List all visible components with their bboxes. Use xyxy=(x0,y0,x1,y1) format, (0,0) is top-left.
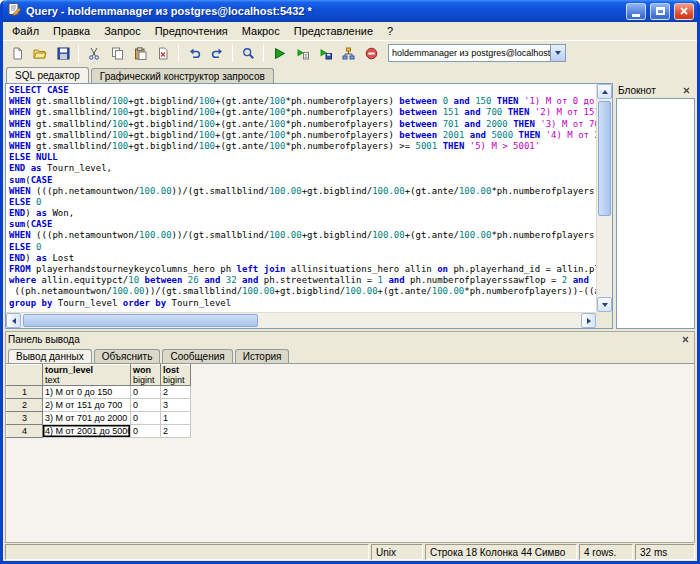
toolbar-separator xyxy=(263,45,264,62)
undo-icon xyxy=(188,47,201,60)
menu-item-edit[interactable]: Правка xyxy=(46,24,97,38)
redo-icon xyxy=(211,47,224,60)
grid-cell[interactable]: 0 xyxy=(131,399,161,412)
editor-split: SELECT CASEWHEN gt.smallblind/100+gt.big… xyxy=(3,83,697,329)
minimize-button[interactable] xyxy=(626,3,646,20)
execute-to-file-button[interactable] xyxy=(314,43,336,64)
cut-button[interactable] xyxy=(83,43,105,64)
grid-cell[interactable]: 2) М от 151 до 700 xyxy=(43,399,131,412)
scratchpad-close-button[interactable] xyxy=(680,84,693,97)
editor-tab-bar: SQL редактор Графический конструктор зап… xyxy=(3,65,697,83)
grid-cell[interactable]: 3 xyxy=(161,399,191,412)
status-row-count: 4 rows. xyxy=(579,544,633,560)
grid-corner[interactable] xyxy=(7,365,43,386)
menu-item-help[interactable]: ? xyxy=(380,24,400,38)
status-line-ending: Unix xyxy=(371,544,423,560)
menu-item-macros[interactable]: Макрос xyxy=(235,24,287,38)
arrow-left-icon xyxy=(9,318,16,324)
open-file-button[interactable] xyxy=(29,43,51,64)
connection-combobox[interactable]: holdemmanager из postgres@localhost:5432 xyxy=(388,44,566,62)
grid-cell[interactable]: 2 xyxy=(161,386,191,399)
grid-cell[interactable]: 0 xyxy=(131,412,161,425)
toolbar-separator xyxy=(78,45,79,62)
toolbar: holdemmanager из postgres@localhost:5432 xyxy=(3,40,697,65)
save-button[interactable] xyxy=(52,43,74,64)
tab-data-output[interactable]: Вывод данных xyxy=(8,349,92,363)
arrow-right-icon xyxy=(587,318,594,324)
scroll-down-button[interactable] xyxy=(597,297,612,312)
output-panel-close-button[interactable] xyxy=(679,333,692,346)
column-header[interactable]: tourn_leveltext xyxy=(43,365,131,386)
execute-query-button[interactable] xyxy=(268,43,290,64)
menu-item-query[interactable]: Запрос xyxy=(97,24,147,38)
tab-sql-editor[interactable]: SQL редактор xyxy=(6,67,89,83)
grid-cell[interactable]: 0 xyxy=(131,386,161,399)
row-number[interactable]: 4 xyxy=(7,425,43,438)
execute-pgscript-button[interactable] xyxy=(291,43,313,64)
connection-dropdown-button[interactable] xyxy=(550,45,565,61)
close-icon xyxy=(683,87,690,94)
vertical-scroll-thumb[interactable] xyxy=(598,101,611,216)
editor-vertical-scrollbar[interactable] xyxy=(596,84,612,312)
data-output-area: tourn_leveltextwonbigintlostbigint11) М … xyxy=(6,364,694,542)
close-button[interactable] xyxy=(674,3,694,20)
paste-button[interactable] xyxy=(129,43,151,64)
grid-cell[interactable]: 0 xyxy=(131,425,161,438)
horizontal-scroll-thumb[interactable] xyxy=(23,314,258,327)
execute-pgscript-icon xyxy=(296,47,309,60)
output-tab-bar: Вывод данных Объяснить Сообщения История xyxy=(6,347,694,364)
app-icon xyxy=(8,2,22,20)
maximize-button[interactable] xyxy=(650,3,670,20)
grid-cell[interactable]: 1) М от 0 до 150 xyxy=(43,386,131,399)
explain-query-icon xyxy=(342,47,355,60)
output-panel: Панель вывода Вывод данных Объяснить Соо… xyxy=(5,331,695,543)
clear-window-button[interactable] xyxy=(152,43,174,64)
row-number[interactable]: 2 xyxy=(7,399,43,412)
open-file-icon xyxy=(33,47,47,60)
scratchpad-text-area[interactable] xyxy=(616,98,695,329)
grid-cell[interactable]: 2 xyxy=(161,425,191,438)
execute-to-file-icon xyxy=(319,47,332,60)
tab-explain[interactable]: Объяснить xyxy=(94,349,161,363)
scroll-left-button[interactable] xyxy=(6,313,21,328)
cut-icon xyxy=(88,47,100,60)
sql-code[interactable]: SELECT CASEWHEN gt.smallblind/100+gt.big… xyxy=(6,84,596,312)
arrow-up-icon xyxy=(602,87,608,94)
tab-graphical-query-builder[interactable]: Графический конструктор запросов xyxy=(91,68,274,83)
grid-cell[interactable]: 3) М от 701 до 2000 xyxy=(43,412,131,425)
save-icon xyxy=(57,47,70,60)
explain-query-button[interactable] xyxy=(337,43,359,64)
tab-history[interactable]: История xyxy=(235,349,290,363)
new-file-button[interactable] xyxy=(6,43,28,64)
find-button[interactable] xyxy=(237,43,259,64)
scroll-up-button[interactable] xyxy=(597,84,612,99)
undo-button[interactable] xyxy=(183,43,205,64)
grid-cell[interactable]: 1 xyxy=(161,412,191,425)
output-panel-title: Панель вывода xyxy=(8,334,80,345)
tab-messages[interactable]: Сообщения xyxy=(162,349,232,363)
status-query-time: 32 ms xyxy=(635,544,695,560)
title-bar[interactable]: Query - holdemmanager из postgres@localh… xyxy=(3,0,697,22)
horizontal-scroll-track[interactable] xyxy=(21,313,581,328)
column-header[interactable]: lostbigint xyxy=(161,365,191,386)
toolbar-separator xyxy=(178,45,179,62)
vertical-scroll-track[interactable] xyxy=(597,99,612,297)
menu-item-file[interactable]: Файл xyxy=(5,24,46,38)
scratchpad-panel: Блокнот xyxy=(616,83,695,329)
scratchpad-header: Блокнот xyxy=(616,83,695,98)
editor-horizontal-scrollbar[interactable] xyxy=(6,312,596,328)
redo-button[interactable] xyxy=(206,43,228,64)
copy-button[interactable] xyxy=(106,43,128,64)
grid-cell[interactable]: 4) М от 2001 до 5000 xyxy=(43,425,131,438)
menu-item-view[interactable]: Представление xyxy=(287,24,380,38)
row-number[interactable]: 1 xyxy=(7,386,43,399)
menu-item-options[interactable]: Предпочтения xyxy=(148,24,235,38)
arrow-down-icon xyxy=(602,303,608,310)
row-number[interactable]: 3 xyxy=(7,412,43,425)
table-row: 22) М от 151 до 70003 xyxy=(7,399,191,412)
scroll-right-button[interactable] xyxy=(581,313,596,328)
table-row: 33) М от 701 до 200001 xyxy=(7,412,191,425)
cancel-query-button[interactable] xyxy=(360,43,382,64)
close-icon xyxy=(679,6,689,16)
column-header[interactable]: wonbigint xyxy=(131,365,161,386)
